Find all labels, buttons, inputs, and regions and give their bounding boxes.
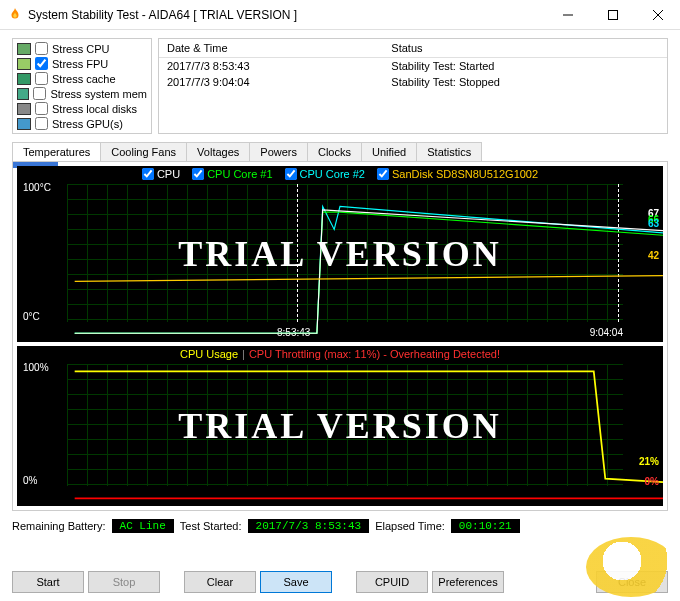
stress-checkbox[interactable] bbox=[35, 42, 48, 55]
gpu-icon bbox=[17, 118, 31, 130]
cpu-icon bbox=[17, 43, 31, 55]
cpuid-button[interactable]: CPUID bbox=[356, 571, 428, 593]
stress-label: Stress FPU bbox=[52, 58, 108, 70]
tab-powers[interactable]: Powers bbox=[249, 142, 308, 161]
stress-options: Stress CPUStress FPUStress cacheStress s… bbox=[12, 38, 152, 134]
log-status: Stability Test: Started bbox=[383, 58, 667, 75]
stress-option-gpu[interactable]: Stress GPU(s) bbox=[13, 116, 151, 131]
stress-checkbox[interactable] bbox=[35, 57, 48, 70]
window-title: System Stability Test - AIDA64 [ TRIAL V… bbox=[28, 8, 545, 22]
start-button[interactable]: Start bbox=[12, 571, 84, 593]
status-bar: Remaining Battery: AC Line Test Started:… bbox=[12, 519, 668, 533]
battery-label: Remaining Battery: bbox=[12, 520, 106, 532]
tab-temperatures[interactable]: Temperatures bbox=[12, 142, 101, 161]
series-value: 42 bbox=[648, 250, 659, 261]
titlebar: System Stability Test - AIDA64 [ TRIAL V… bbox=[0, 0, 680, 30]
elapsed-value: 00:10:21 bbox=[451, 519, 520, 533]
maximize-button[interactable] bbox=[590, 0, 635, 29]
stress-label: Stress cache bbox=[52, 73, 116, 85]
stress-label: Stress GPU(s) bbox=[52, 118, 123, 130]
stress-label: Stress CPU bbox=[52, 43, 109, 55]
tab-unified[interactable]: Unified bbox=[361, 142, 417, 161]
started-label: Test Started: bbox=[180, 520, 242, 532]
log-header-datetime: Date & Time bbox=[159, 39, 383, 58]
log-row: 2017/7/3 8:53:43Stability Test: Started bbox=[159, 58, 667, 75]
temperature-graph: CPUCPU Core #1CPU Core #2SanDisk SD8SN8U… bbox=[17, 166, 663, 342]
graph-panel: CPUCPU Core #1CPU Core #2SanDisk SD8SN8U… bbox=[12, 161, 668, 511]
stress-option-cpu[interactable]: Stress CPU bbox=[13, 41, 151, 56]
battery-value: AC Line bbox=[112, 519, 174, 533]
preferences-button[interactable]: Preferences bbox=[432, 571, 504, 593]
series-value: 21% bbox=[639, 456, 659, 467]
series-value: 63 bbox=[648, 218, 659, 229]
log-header-status: Status bbox=[383, 39, 667, 58]
stress-checkbox[interactable] bbox=[35, 72, 48, 85]
stress-checkbox[interactable] bbox=[33, 87, 46, 100]
elapsed-label: Elapsed Time: bbox=[375, 520, 445, 532]
stress-label: Stress local disks bbox=[52, 103, 137, 115]
log-row: 2017/7/3 9:04:04Stability Test: Stopped bbox=[159, 74, 667, 90]
tab-statistics[interactable]: Statistics bbox=[416, 142, 482, 161]
stress-label: Stress system mem bbox=[50, 88, 147, 100]
watermark: TRIAL VERSION bbox=[178, 233, 501, 275]
svg-rect-0 bbox=[608, 10, 617, 19]
close-button[interactable] bbox=[635, 0, 680, 29]
graph-tabs: TemperaturesCooling FansVoltagesPowersCl… bbox=[12, 142, 668, 161]
stress-option-fpu[interactable]: Stress FPU bbox=[13, 56, 151, 71]
usage-graph: CPU Usage|CPU Throttling (max: 11%) - Ov… bbox=[17, 346, 663, 506]
button-bar: Start Stop Clear Save CPUID Preferences … bbox=[12, 571, 668, 593]
series-value: 0% bbox=[645, 476, 659, 487]
log-status: Stability Test: Stopped bbox=[383, 74, 667, 90]
event-log: Date & Time Status 2017/7/3 8:53:43Stabi… bbox=[158, 38, 668, 134]
watermark: TRIAL VERSION bbox=[178, 405, 501, 447]
log-datetime: 2017/7/3 9:04:04 bbox=[159, 74, 383, 90]
tab-cooling-fans[interactable]: Cooling Fans bbox=[100, 142, 187, 161]
stop-button[interactable]: Stop bbox=[88, 571, 160, 593]
minimize-button[interactable] bbox=[545, 0, 590, 29]
save-button[interactable]: Save bbox=[260, 571, 332, 593]
mem-icon bbox=[17, 88, 29, 100]
log-datetime: 2017/7/3 8:53:43 bbox=[159, 58, 383, 75]
tab-voltages[interactable]: Voltages bbox=[186, 142, 250, 161]
stress-checkbox[interactable] bbox=[35, 117, 48, 130]
clear-button[interactable]: Clear bbox=[184, 571, 256, 593]
stress-option-cache[interactable]: Stress cache bbox=[13, 71, 151, 86]
tab-clocks[interactable]: Clocks bbox=[307, 142, 362, 161]
started-value: 2017/7/3 8:53:43 bbox=[248, 519, 370, 533]
disk-icon bbox=[17, 103, 31, 115]
stress-checkbox[interactable] bbox=[35, 102, 48, 115]
mascot-icon bbox=[586, 537, 676, 597]
stress-option-disk[interactable]: Stress local disks bbox=[13, 101, 151, 116]
cache-icon bbox=[17, 73, 31, 85]
app-icon bbox=[8, 8, 22, 22]
fpu-icon bbox=[17, 58, 31, 70]
stress-option-mem[interactable]: Stress system mem bbox=[13, 86, 151, 101]
